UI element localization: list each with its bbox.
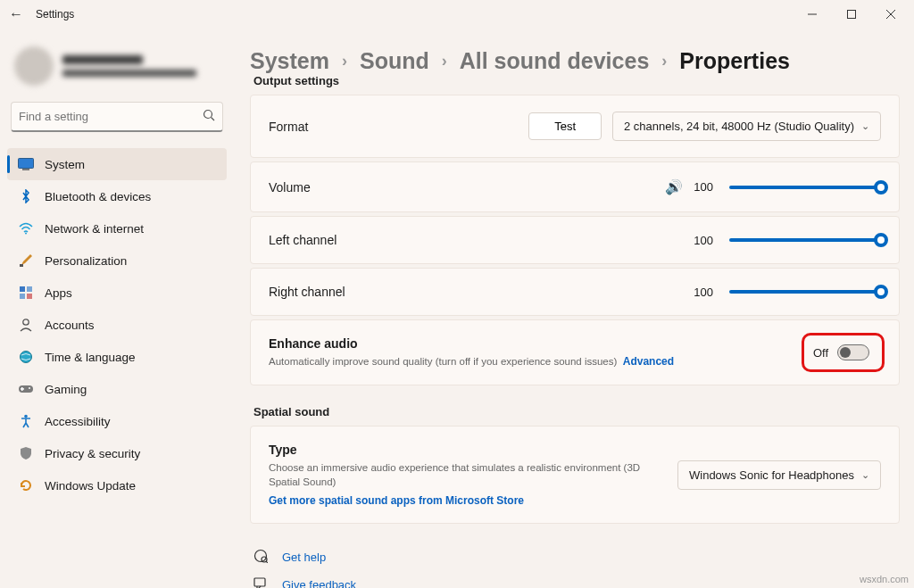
enhance-advanced-link[interactable]: Advanced	[623, 355, 674, 368]
format-value: 2 channels, 24 bit, 48000 Hz (Studio Qua…	[624, 120, 854, 133]
format-label: Format	[269, 120, 308, 134]
minimize-icon	[808, 10, 817, 19]
apps-icon	[18, 285, 34, 301]
volume-label: Volume	[269, 180, 311, 195]
nav-label: Accounts	[45, 319, 95, 332]
person-icon	[18, 317, 34, 333]
nav-time[interactable]: Time & language	[7, 341, 227, 373]
nav-label: Network & internet	[45, 222, 144, 236]
svg-rect-7	[22, 169, 29, 170]
svg-rect-12	[20, 294, 25, 299]
spatial-type-select[interactable]: Windows Sonic for Headphones ⌄	[677, 460, 881, 490]
gaming-icon	[18, 381, 34, 397]
enhance-audio-card: Enhance audio Automatically improve soun…	[250, 319, 900, 385]
left-channel-slider[interactable]	[729, 238, 881, 242]
nav-network[interactable]: Network & internet	[7, 212, 227, 244]
svg-rect-19	[21, 388, 24, 390]
get-help-label: Get help	[282, 551, 326, 564]
nav-label: Bluetooth & devices	[45, 190, 151, 203]
output-settings-heading: Output settings	[253, 74, 900, 87]
search-input[interactable]	[19, 110, 203, 123]
nav-personalization[interactable]: Personalization	[7, 244, 227, 277]
enhance-subtext: Automatically improve sound quality (tur…	[269, 354, 674, 369]
nav-list: System Bluetooth & devices Network & int…	[7, 148, 227, 501]
close-button[interactable]	[871, 2, 910, 27]
update-icon	[18, 477, 34, 493]
back-button[interactable]: ←	[4, 6, 29, 22]
spatial-type-card: Type Choose an immersive audio experienc…	[250, 426, 900, 524]
nav-accessibility[interactable]: Accessibility	[7, 405, 227, 437]
bluetooth-icon	[18, 188, 34, 204]
shield-icon	[18, 445, 34, 461]
feedback-icon	[253, 576, 270, 588]
profile-block[interactable]	[7, 36, 227, 102]
chevron-right-icon: ›	[442, 52, 447, 70]
minimize-button[interactable]	[793, 2, 832, 27]
left-channel-card: Left channel 100	[250, 216, 900, 264]
nav-system[interactable]: System	[7, 148, 227, 180]
crumb-sound[interactable]: Sound	[360, 48, 429, 74]
svg-line-5	[212, 117, 215, 120]
svg-rect-1	[848, 11, 856, 19]
format-card: Format Test 2 channels, 24 bit, 48000 Hz…	[250, 95, 900, 158]
help-links: Get help Give feedback	[250, 543, 900, 588]
nav-label: Privacy & security	[45, 447, 140, 460]
svg-point-8	[25, 233, 27, 235]
left-channel-label: Left channel	[269, 233, 337, 247]
nav-label: Apps	[45, 286, 72, 300]
svg-point-14	[23, 319, 29, 325]
sidebar: System Bluetooth & devices Network & int…	[0, 29, 234, 588]
system-icon	[18, 156, 34, 172]
window-title: Settings	[29, 8, 74, 21]
breadcrumb: System› Sound› All sound devices› Proper…	[250, 29, 900, 79]
svg-rect-24	[254, 578, 265, 586]
svg-rect-10	[20, 286, 25, 292]
titlebar: ← Settings	[0, 0, 914, 29]
nav-label: System	[45, 158, 85, 171]
right-channel-slider[interactable]	[729, 290, 881, 294]
globe-clock-icon	[18, 349, 34, 365]
svg-point-4	[204, 110, 212, 118]
chevron-down-icon: ⌄	[861, 469, 869, 481]
test-button[interactable]: Test	[528, 112, 602, 140]
accessibility-icon	[18, 413, 34, 429]
nav-privacy[interactable]: Privacy & security	[7, 437, 227, 469]
nav-update[interactable]: Windows Update	[7, 469, 227, 501]
spatial-type-title: Type	[269, 443, 652, 457]
nav-gaming[interactable]: Gaming	[7, 373, 227, 405]
nav-label: Personalization	[45, 254, 127, 268]
crumb-system[interactable]: System	[250, 48, 329, 74]
spatial-sound-heading: Spatial sound	[253, 405, 900, 418]
right-channel-label: Right channel	[269, 285, 345, 299]
get-help-link[interactable]: Get help	[250, 543, 900, 571]
crumb-devices[interactable]: All sound devices	[460, 48, 650, 74]
svg-point-17	[29, 387, 30, 389]
spatial-type-value: Windows Sonic for Headphones	[689, 468, 854, 482]
maximize-button[interactable]	[832, 2, 871, 27]
nav-label: Gaming	[45, 383, 87, 396]
main-content: System› Sound› All sound devices› Proper…	[234, 29, 914, 588]
volume-slider[interactable]	[729, 186, 881, 189]
nav-apps[interactable]: Apps	[7, 277, 227, 309]
nav-label: Windows Update	[45, 479, 136, 493]
search-icon	[203, 109, 215, 125]
speaker-icon[interactable]: 🔊	[665, 178, 683, 195]
watermark: wsxdn.com	[860, 574, 909, 584]
crumb-current: Properties	[679, 48, 790, 74]
wifi-icon	[18, 220, 34, 236]
spatial-store-link[interactable]: Get more spatial sound apps from Microso…	[269, 494, 652, 507]
chevron-down-icon: ⌄	[861, 120, 869, 132]
nav-bluetooth[interactable]: Bluetooth & devices	[7, 180, 227, 212]
nav-label: Accessibility	[45, 415, 111, 428]
search-box[interactable]	[11, 102, 223, 132]
chevron-right-icon: ›	[661, 52, 667, 70]
enhance-toggle[interactable]	[837, 344, 869, 360]
give-feedback-label: Give feedback	[282, 578, 356, 588]
svg-rect-13	[27, 294, 32, 299]
enhance-title: Enhance audio	[269, 336, 674, 351]
chevron-right-icon: ›	[342, 52, 347, 70]
nav-accounts[interactable]: Accounts	[7, 309, 227, 341]
give-feedback-link[interactable]: Give feedback	[250, 571, 900, 588]
format-select[interactable]: 2 channels, 24 bit, 48000 Hz (Studio Qua…	[612, 112, 881, 141]
svg-rect-9	[20, 264, 23, 267]
